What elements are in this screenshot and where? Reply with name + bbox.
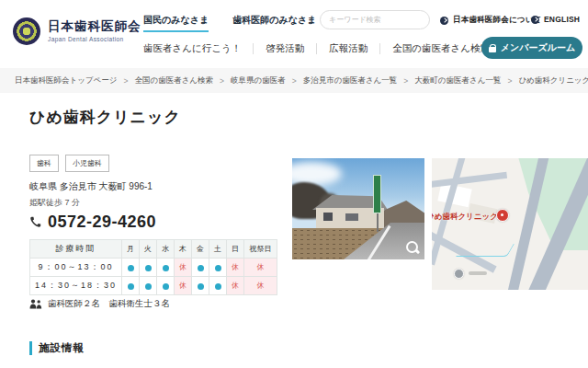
nav-divider — [253, 43, 254, 54]
open-dot-icon — [128, 265, 134, 271]
open-dot-icon — [163, 265, 169, 271]
staff-text: 歯科医師２名 歯科衛生士３名 — [48, 298, 170, 310]
about-link[interactable]: 日本歯科医師会について — [440, 15, 542, 26]
schedule-day-cell — [192, 259, 209, 277]
section-title: 施設情報 — [39, 341, 85, 355]
clinic-phone[interactable]: 0572-29-4260 — [29, 213, 156, 232]
clinic-name: ひめ歯科クリニック — [29, 107, 181, 128]
department-tags: 歯科小児歯科 — [29, 155, 109, 172]
section-accent-bar — [29, 341, 32, 355]
map-poi-icon — [454, 269, 464, 279]
staff-info: 歯科医師２名 歯科衛生士３名 — [29, 298, 170, 310]
schedule-header-cell: 木 — [175, 240, 192, 259]
breadcrumb-item[interactable]: ひめ歯科クリニック — [518, 75, 588, 86]
schedule-day-cell — [122, 277, 140, 295]
open-dot-icon — [163, 283, 169, 290]
schedule-header-cell: 火 — [140, 240, 157, 259]
keyword-search[interactable] — [320, 10, 430, 29]
clinic-photo[interactable] — [292, 158, 424, 259]
schedule-header-cell: 診療時間 — [30, 240, 122, 259]
logo-subtitle: Japan Dental Association — [48, 36, 141, 42]
site-logo[interactable]: 日本歯科医師会 Japan Dental Association — [13, 17, 141, 45]
english-link[interactable]: ENGLISH — [531, 15, 580, 24]
schedule-day-cell — [122, 259, 140, 277]
search-input[interactable] — [329, 16, 430, 24]
open-dot-icon — [145, 283, 152, 290]
nav-divider — [379, 43, 380, 54]
jda-emblem-icon — [13, 17, 40, 45]
english-label: ENGLISH — [544, 15, 580, 24]
phone-icon — [29, 216, 41, 228]
schedule-time-cell: 14：30～18：30 — [30, 277, 122, 295]
schedule-time-cell: 9：00～13：00 — [30, 259, 122, 277]
department-tag: 小児歯科 — [65, 155, 109, 172]
lock-icon — [489, 44, 496, 52]
clinic-access: 姫駅徒歩 7 分 — [29, 197, 80, 209]
members-room-button[interactable]: メンバーズルーム — [481, 37, 582, 59]
clinic-address: 岐阜県 多治見市 大薮町 996-1 — [29, 180, 153, 193]
breadcrumb-item[interactable]: 全国の歯医者さん検索 — [134, 75, 213, 86]
open-dot-icon — [215, 265, 221, 271]
breadcrumb-separator: > — [220, 76, 224, 86]
nav-top-item[interactable]: 国民のみなさま — [143, 14, 209, 32]
nav-bottom-item[interactable]: 啓発活動 — [266, 42, 304, 55]
map-stream — [456, 244, 514, 257]
department-tag: 歯科 — [29, 155, 59, 172]
schedule-table: 診療時間月火水木金土日祝祭日9：00～13：00休休休14：30～18：30休休… — [29, 239, 277, 295]
schedule-row: 14：30～18：30休休休 — [30, 277, 277, 295]
nav-top-item[interactable]: 歯科医師のみなさま — [232, 14, 316, 32]
breadcrumb-separator: > — [292, 76, 297, 86]
schedule-header-cell: 金 — [192, 240, 209, 259]
magnifier-icon[interactable] — [406, 241, 420, 255]
open-dot-icon — [215, 283, 221, 290]
globe-circle-icon — [531, 16, 539, 24]
nav-divider — [316, 43, 317, 54]
map-poi-label — [469, 271, 487, 275]
schedule-day-cell: 休 — [227, 277, 244, 295]
schedule-header-cell: 祝祭日 — [244, 240, 277, 259]
nav-bottom-item[interactable]: 広報活動 — [329, 42, 368, 55]
map-road — [432, 172, 507, 188]
map-pin-icon[interactable] — [496, 209, 509, 222]
breadcrumb-separator: > — [124, 76, 129, 86]
schedule-day-cell — [192, 277, 209, 295]
logo-title: 日本歯科医師会 — [48, 20, 141, 34]
nav-bottom-item[interactable]: 全国の歯医者さん検索 — [392, 42, 490, 55]
open-dot-icon — [198, 283, 204, 290]
breadcrumb-separator: > — [507, 76, 512, 86]
schedule-day-cell: 休 — [175, 277, 192, 295]
photo-window — [345, 213, 358, 221]
schedule-day-cell: 休 — [244, 259, 277, 277]
schedule-day-cell — [140, 259, 157, 277]
location-map[interactable]: ひめ歯科クリニック — [432, 158, 588, 290]
primary-nav: 国民のみなさま歯科医師のみなさま — [143, 14, 316, 32]
logo-text: 日本歯科医師会 Japan Dental Association — [48, 20, 141, 42]
nav-bottom-item[interactable]: 歯医者さんに行こう！ — [143, 42, 241, 55]
photo-sign-pole — [377, 213, 379, 232]
open-dot-icon — [128, 283, 134, 290]
schedule-header-cell: 日 — [227, 240, 244, 259]
open-dot-icon — [198, 265, 204, 271]
breadcrumb-item[interactable]: 大薮町の歯医者さん一覧 — [414, 75, 501, 86]
facility-info-section: 施設情報 — [29, 341, 85, 355]
breadcrumb-separator: > — [403, 76, 408, 86]
schedule-day-cell — [209, 277, 227, 295]
phone-number: 0572-29-4260 — [48, 213, 156, 232]
schedule-day-cell: 休 — [244, 277, 277, 295]
photo-window — [323, 213, 333, 221]
breadcrumb-item[interactable]: 岐阜県の歯医者 — [231, 75, 286, 86]
schedule-row: 9：00～13：00休休休 — [30, 259, 277, 277]
breadcrumb-item[interactable]: 多治見市の歯医者さん一覧 — [303, 75, 398, 86]
members-room-label: メンバーズルーム — [501, 41, 575, 54]
schedule-day-cell — [140, 277, 157, 295]
schedule-day-cell — [209, 259, 227, 277]
breadcrumb: 日本歯科医師会トップページ>全国の歯医者さん検索>岐阜県の歯医者>多治見市の歯医… — [0, 68, 588, 93]
schedule-day-cell — [157, 259, 175, 277]
schedule-header-cell: 月 — [122, 240, 140, 259]
schedule-day-cell: 休 — [227, 259, 244, 277]
photo-clinic-sign — [373, 175, 381, 213]
schedule-day-cell: 休 — [175, 259, 192, 277]
schedule-day-cell — [157, 277, 175, 295]
breadcrumb-item[interactable]: 日本歯科医師会トップページ — [15, 75, 118, 86]
map-pin-label: ひめ歯科クリニック — [432, 212, 502, 223]
